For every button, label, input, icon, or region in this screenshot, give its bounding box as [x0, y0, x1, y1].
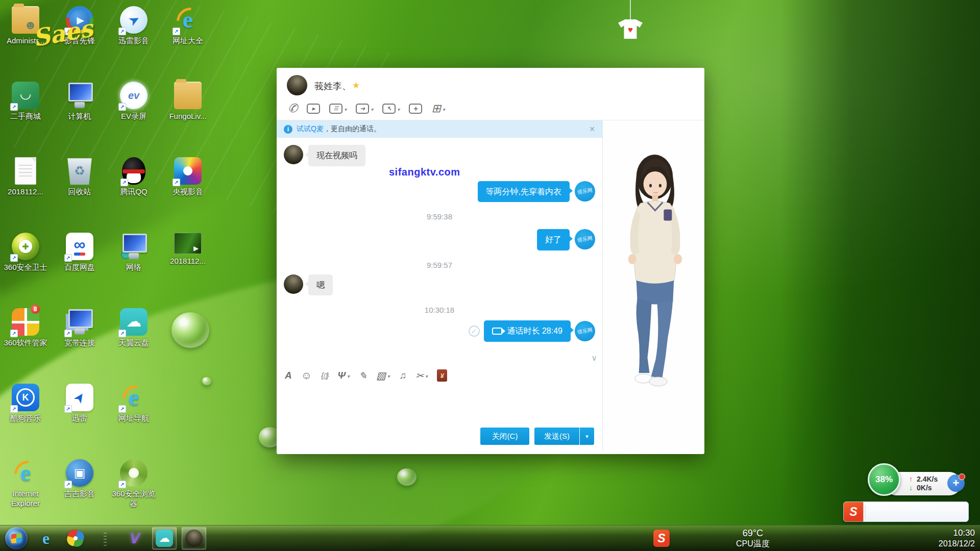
flower-tray-icon[interactable]	[852, 533, 863, 544]
qq-show-avatar[interactable]	[603, 133, 704, 450]
chevron-down-icon[interactable]	[386, 371, 390, 380]
icon-administrator[interactable]: Administr...	[0, 6, 51, 46]
icon-video-2018112[interactable]: 2018112...	[162, 233, 213, 266]
shortcut-arrow-icon	[118, 103, 126, 111]
screen-share-icon[interactable]	[329, 104, 347, 114]
user-tray-icon[interactable]	[825, 533, 836, 544]
360-safety-tray-icon[interactable]	[811, 533, 822, 544]
peer-title-avatar[interactable]	[287, 75, 307, 95]
send-options-chevron-icon[interactable]: ▾	[580, 428, 594, 445]
self-avatar[interactable]: 借乐网	[575, 229, 595, 249]
icon-tencent-qq[interactable]: 腾讯QQ	[108, 157, 159, 197]
desktop-icon-label: 吉吉影音	[54, 489, 105, 499]
input-tool-icon	[285, 370, 292, 381]
memory-usage-ball[interactable]: 38%	[868, 463, 900, 496]
desktop-icon-label: EV录屏	[108, 112, 159, 121]
chevron-down-icon[interactable]	[441, 104, 445, 113]
red-packet-icon[interactable]	[437, 369, 447, 382]
message-in: 嗯	[284, 274, 595, 296]
icon-network[interactable]: 网络	[108, 233, 159, 272]
chat-peer-name: 莪姓李、	[314, 80, 351, 92]
desktop-icon-label: 天翼云盘	[108, 338, 159, 348]
icon-cctv-yingyin[interactable]: 央视影音	[162, 157, 213, 197]
message-out: 好了借乐网	[284, 229, 595, 251]
taskbar-v-player[interactable]	[122, 527, 147, 549]
voice-call-icon[interactable]	[288, 102, 298, 115]
peer-avatar[interactable]	[284, 145, 303, 164]
taskbar-ie[interactable]	[34, 527, 58, 549]
voice-message-icon[interactable]	[337, 370, 350, 381]
start-button[interactable]	[4, 527, 29, 549]
self-avatar[interactable]: 借乐网	[575, 321, 595, 341]
chevron-down-icon[interactable]	[396, 104, 400, 113]
chevron-down-icon[interactable]	[424, 371, 428, 380]
icon-internet-explorer[interactable]: Internet Explorer	[0, 459, 51, 509]
chevron-down-icon[interactable]	[346, 371, 350, 380]
icon-kugou-music[interactable]: 酷狗音乐	[0, 384, 51, 423]
network-signal-tray-icon[interactable]	[921, 533, 932, 544]
video-call-icon[interactable]	[307, 104, 320, 114]
apps-icon[interactable]	[431, 102, 445, 115]
icon-doc-2018112[interactable]: 2018112...	[0, 157, 51, 197]
favorite-star-icon[interactable]: ★	[352, 80, 360, 91]
peer-avatar[interactable]	[284, 274, 303, 294]
icon-computer[interactable]: 计算机	[54, 82, 105, 121]
font-icon[interactable]	[285, 370, 292, 381]
pc-helper-tray-icon[interactable]	[839, 533, 849, 544]
icon-fungolive[interactable]: FungoLiv...	[162, 82, 213, 121]
window-shake-icon[interactable]	[321, 371, 328, 380]
desktop-icon-glyph	[66, 6, 93, 34]
cpu-temperature-widget[interactable]: 69°C CPU温度	[736, 528, 770, 549]
icon-wangzhi-daohang[interactable]: 网址导航	[108, 384, 159, 423]
icon-360-manager[interactable]: 8 360软件管家	[0, 308, 51, 348]
banner-link[interactable]: 试试Q麦	[297, 124, 324, 134]
taskbar-clock[interactable]: 10:30 2018/12/2	[939, 528, 975, 548]
icon-tianyi-cloud[interactable]: 天翼云盘	[108, 308, 159, 348]
close-chat-button[interactable]: 关闭(C)	[480, 428, 529, 445]
message-time: 10:30:18	[284, 306, 595, 314]
sogou-ime-logo[interactable]: S	[844, 502, 863, 521]
icon-yingyin-xianfeng[interactable]: 影音先锋	[54, 6, 105, 46]
accelerate-plus-button[interactable]: +	[947, 474, 965, 492]
music-icon[interactable]	[399, 370, 406, 381]
icon-baidu-netdisk[interactable]: 百度网盘	[54, 233, 105, 272]
remote-desktop-icon[interactable]	[382, 104, 400, 114]
sogou-tray-logo[interactable]: S	[653, 530, 670, 547]
message-input-area[interactable]	[277, 385, 602, 422]
chevron-down-icon[interactable]	[369, 104, 373, 113]
icon-wangzhi-daquan[interactable]: 网址大全	[162, 6, 213, 46]
volume-tray-icon[interactable]	[908, 533, 918, 544]
scroll-to-bottom-icon[interactable]	[591, 353, 597, 363]
chevron-down-icon[interactable]	[342, 104, 347, 113]
icon-ev-luping[interactable]: EV录屏	[108, 82, 159, 121]
image-icon[interactable]	[376, 369, 390, 382]
icon-broadband[interactable]: 宽带连接	[54, 308, 105, 348]
icon-ershou-shangcheng[interactable]: 二手商城	[0, 82, 51, 121]
banner-close-icon[interactable]: ✕	[589, 125, 595, 133]
input-tool-icon	[321, 371, 328, 380]
qq-tray-icon[interactable]	[880, 533, 891, 544]
taskbar-tianyi-cloud[interactable]	[152, 527, 177, 549]
desktop-icon-glyph	[174, 82, 202, 109]
send-button[interactable]: 发送(S)	[534, 428, 579, 445]
taskbar-sogou-browser[interactable]	[63, 527, 88, 549]
icon-recycle-bin[interactable]: 回收站	[54, 157, 105, 197]
emoji-icon[interactable]	[301, 369, 312, 382]
create-group-icon[interactable]	[409, 104, 422, 114]
self-avatar[interactable]: 借乐网	[575, 181, 595, 202]
file-transfer-icon[interactable]	[356, 104, 373, 114]
taskbar-divider[interactable]	[93, 527, 117, 549]
announce-icon[interactable]	[797, 533, 808, 544]
icon-jiji-yingyin[interactable]: 吉吉影音	[54, 459, 105, 499]
input-tool-icon	[359, 370, 367, 382]
power-tray-icon[interactable]	[894, 533, 904, 544]
screenshot-icon[interactable]	[415, 370, 428, 382]
screen-record-tray-icon[interactable]	[866, 533, 877, 544]
icon-xunlei-yingyin[interactable]: 迅雷影音	[108, 6, 159, 46]
hanging-shirt-widget[interactable]: ♥	[615, 0, 646, 42]
taskbar-qq-chat[interactable]	[182, 527, 206, 549]
icon-360-safe[interactable]: 360安全卫士	[0, 233, 51, 272]
icon-xunlei[interactable]: 迅雷	[54, 384, 105, 423]
handwrite-icon[interactable]	[359, 370, 367, 382]
icon-360-browser[interactable]: 360安全浏览器	[108, 459, 159, 509]
